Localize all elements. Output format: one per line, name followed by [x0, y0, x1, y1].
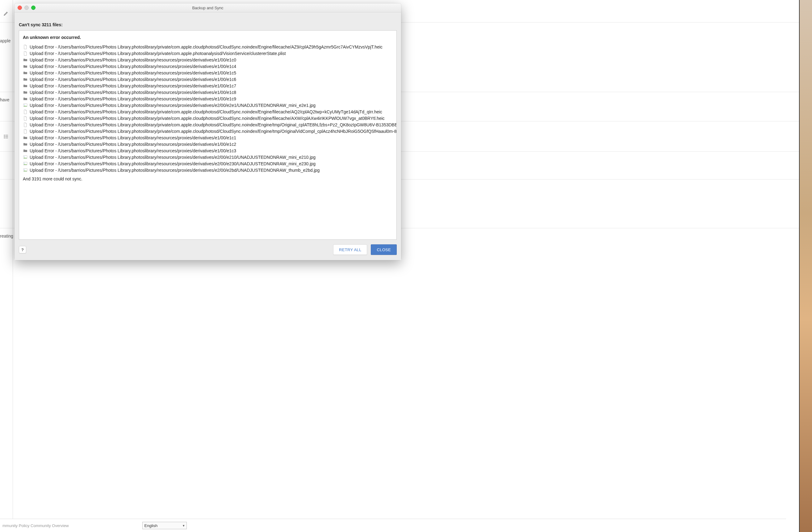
error-row[interactable]: Upload Error - /Users/barrios/Pictures/P… — [23, 167, 393, 173]
document-icon — [23, 116, 28, 121]
folder-icon — [23, 135, 28, 140]
folder-icon — [23, 77, 28, 82]
error-row-text: Upload Error - /Users/barrios/Pictures/P… — [30, 109, 382, 114]
zoom-window-button[interactable] — [31, 5, 35, 10]
sync-error-dialog: Backup and Sync Can't sync 3211 files: A… — [15, 3, 401, 260]
document-icon — [23, 122, 28, 127]
minimize-window-button[interactable] — [24, 5, 29, 10]
error-category-heading: An unknown error occurred. — [23, 35, 393, 40]
document-icon — [23, 44, 28, 50]
error-row[interactable]: Upload Error - /Users/barrios/Pictures/P… — [23, 154, 393, 160]
folder-icon — [23, 64, 28, 69]
image-file-icon — [23, 155, 28, 160]
bg-text-fragment: apple — [0, 38, 11, 43]
error-row-text: Upload Error - /Users/barrios/Pictures/P… — [30, 83, 236, 88]
bg-text-fragment: have — [0, 97, 9, 102]
error-row-text: Upload Error - /Users/barrios/Pictures/P… — [30, 70, 236, 75]
document-icon — [23, 109, 28, 114]
pencil-icon — [3, 11, 9, 17]
error-row[interactable]: Upload Error - /Users/barrios/Pictures/P… — [23, 70, 393, 76]
folder-icon — [23, 142, 28, 147]
error-row-text: Upload Error - /Users/barrios/Pictures/P… — [30, 64, 236, 69]
sync-summary-heading: Can't sync 3211 files: — [19, 22, 397, 27]
error-row[interactable]: Upload Error - /Users/barrios/Pictures/P… — [23, 128, 393, 135]
error-row[interactable]: Upload Error - /Users/barrios/Pictures/P… — [23, 102, 393, 109]
error-row[interactable]: Upload Error - /Users/barrios/Pictures/P… — [23, 109, 393, 115]
folder-icon — [23, 96, 28, 101]
error-row-text: Upload Error - /Users/barrios/Pictures/P… — [30, 96, 236, 101]
error-row-text: Upload Error - /Users/barrios/Pictures/P… — [30, 51, 286, 56]
error-row[interactable]: Upload Error - /Users/barrios/Pictures/P… — [23, 141, 393, 148]
titlebar[interactable]: Backup and Sync — [15, 3, 401, 12]
window-title: Backup and Sync — [15, 5, 401, 10]
error-scroll-area[interactable]: An unknown error occurred. Upload Error … — [19, 30, 397, 240]
error-row[interactable]: Upload Error - /Users/barrios/Pictures/P… — [23, 115, 393, 122]
dialog-button-row: ? RETRY ALL CLOSE — [19, 240, 397, 257]
folder-icon — [23, 83, 28, 88]
folder-icon — [23, 70, 28, 75]
more-errors-text: And 3191 more could not sync. — [23, 177, 393, 181]
error-row-text: Upload Error - /Users/barrios/Pictures/P… — [30, 116, 385, 121]
error-row[interactable]: Upload Error - /Users/barrios/Pictures/P… — [23, 63, 393, 70]
error-row[interactable]: Upload Error - /Users/barrios/Pictures/P… — [23, 57, 393, 63]
error-row-text: Upload Error - /Users/barrios/Pictures/P… — [30, 44, 382, 50]
error-row[interactable]: Upload Error - /Users/barrios/Pictures/P… — [23, 76, 393, 83]
image-file-icon — [23, 168, 28, 173]
error-row-text: Upload Error - /Users/barrios/Pictures/P… — [30, 168, 320, 173]
error-row-text: Upload Error - /Users/barrios/Pictures/P… — [30, 77, 236, 82]
error-row[interactable]: Upload Error - /Users/barrios/Pictures/P… — [23, 122, 393, 128]
error-row-text: Upload Error - /Users/barrios/Pictures/P… — [30, 161, 316, 166]
retry-all-button-label: RETRY ALL — [339, 248, 361, 252]
image-file-icon — [23, 103, 28, 108]
error-row[interactable]: Upload Error - /Users/barrios/Pictures/P… — [23, 96, 393, 102]
svg-point-5 — [4, 138, 5, 138]
folder-icon — [23, 57, 28, 62]
help-button[interactable]: ? — [19, 246, 26, 253]
retry-all-button[interactable]: RETRY ALL — [333, 244, 367, 255]
dialog-body: Can't sync 3211 files: An unknown error … — [15, 12, 401, 260]
svg-point-4 — [4, 136, 5, 137]
folder-icon — [23, 90, 28, 95]
error-row-text: Upload Error - /Users/barrios/Pictures/P… — [30, 155, 316, 160]
list-icon — [3, 134, 9, 140]
error-row-text: Upload Error - /Users/barrios/Pictures/P… — [30, 148, 236, 153]
error-row-text: Upload Error - /Users/barrios/Pictures/P… — [30, 90, 236, 95]
error-row-text: Upload Error - /Users/barrios/Pictures/P… — [30, 142, 236, 147]
error-row-text: Upload Error - /Users/barrios/Pictures/P… — [30, 135, 236, 140]
error-row[interactable]: Upload Error - /Users/barrios/Pictures/P… — [23, 135, 393, 141]
document-icon — [23, 51, 28, 56]
error-row[interactable]: Upload Error - /Users/barrios/Pictures/P… — [23, 50, 393, 57]
error-row[interactable]: Upload Error - /Users/barrios/Pictures/P… — [23, 89, 393, 96]
error-row-text: Upload Error - /Users/barrios/Pictures/P… — [30, 122, 397, 127]
error-row[interactable]: Upload Error - /Users/barrios/Pictures/P… — [23, 148, 393, 154]
error-row-text: Upload Error - /Users/barrios/Pictures/P… — [30, 103, 316, 108]
help-button-label: ? — [21, 248, 24, 252]
close-button[interactable]: CLOSE — [371, 244, 397, 255]
svg-point-3 — [4, 135, 5, 136]
bg-text-fragment: reating — [0, 234, 13, 238]
error-list: Upload Error - /Users/barrios/Pictures/P… — [23, 44, 393, 173]
error-row-text: Upload Error - /Users/barrios/Pictures/P… — [30, 57, 236, 62]
image-file-icon — [23, 161, 28, 166]
error-row[interactable]: Upload Error - /Users/barrios/Pictures/P… — [23, 160, 393, 167]
error-row[interactable]: Upload Error - /Users/barrios/Pictures/P… — [23, 83, 393, 89]
close-button-label: CLOSE — [377, 248, 391, 252]
error-row-text: Upload Error - /Users/barrios/Pictures/P… — [30, 129, 396, 134]
window-controls — [15, 5, 35, 10]
document-icon — [23, 129, 28, 134]
error-row[interactable]: Upload Error - /Users/barrios/Pictures/P… — [23, 44, 393, 50]
close-window-button[interactable] — [18, 5, 22, 10]
folder-icon — [23, 148, 28, 153]
